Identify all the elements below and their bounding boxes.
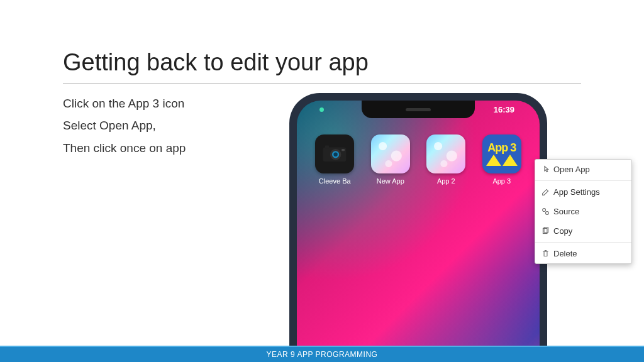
- menu-open-app[interactable]: Open App: [535, 160, 631, 179]
- instruction-line: Then click once on app: [63, 138, 186, 158]
- footer-bar: YEAR 9 APP PROGRAMMING: [0, 346, 644, 362]
- app-newapp[interactable]: New App: [369, 134, 413, 185]
- status-time: 16:39: [494, 105, 514, 114]
- app-label: App 3: [492, 177, 511, 185]
- gears-icon: [541, 207, 550, 216]
- phone-screenshot: 16:39 Cleeve Ba New App App 2: [289, 93, 547, 348]
- bokeh-icon: [426, 134, 465, 173]
- menu-label: App Settings: [553, 187, 600, 197]
- trash-icon: [541, 250, 550, 258]
- svg-rect-5: [341, 149, 345, 151]
- menu-divider: [535, 242, 631, 243]
- slide: Getting back to edit your app Click on t…: [0, 0, 644, 362]
- menu-divider: [535, 180, 631, 181]
- app-camera[interactable]: Cleeve Ba: [313, 134, 357, 185]
- footer-text: YEAR 9 APP PROGRAMMING: [267, 350, 378, 359]
- instruction-line: Click on the App 3 icon: [63, 93, 186, 114]
- earpiece: [406, 108, 431, 111]
- title-divider: [63, 83, 581, 84]
- triangle-icon: [486, 155, 518, 166]
- svg-point-6: [543, 209, 546, 212]
- menu-label: Open App: [553, 165, 590, 174]
- svg-rect-1: [325, 145, 329, 148]
- app-row: Cleeve Ba New App App 2 App 3: [297, 134, 540, 185]
- app-label: Cleeve Ba: [319, 177, 351, 185]
- app3-icon-text: App 3: [487, 142, 516, 153]
- menu-source[interactable]: Source: [535, 202, 631, 221]
- context-menu: Open App App Settings Source Copy Delete: [535, 159, 632, 264]
- app-label: New App: [377, 177, 404, 185]
- instruction-line: Select Open App,: [63, 115, 186, 136]
- svg-point-7: [546, 212, 549, 215]
- edit-icon: [541, 188, 550, 196]
- instruction-block: Click on the App 3 icon Select Open App,…: [63, 93, 186, 160]
- phone-notch: [362, 101, 475, 118]
- menu-app-settings[interactable]: App Settings: [535, 182, 631, 202]
- menu-label: Copy: [553, 226, 572, 236]
- page-title: Getting back to edit your app: [63, 49, 369, 76]
- menu-copy[interactable]: Copy: [535, 221, 631, 241]
- copy-icon: [541, 227, 550, 235]
- menu-delete[interactable]: Delete: [535, 244, 631, 263]
- app3-icon: App 3: [482, 134, 521, 173]
- phone-frame: 16:39 Cleeve Ba New App App 2: [289, 93, 547, 348]
- camera-icon: [315, 134, 354, 173]
- svg-point-4: [334, 153, 338, 156]
- menu-label: Delete: [553, 249, 577, 258]
- app-label: App 2: [437, 177, 455, 185]
- pointer-icon: [541, 165, 550, 173]
- status-dot: [319, 107, 324, 112]
- menu-label: Source: [553, 207, 579, 216]
- bokeh-icon: [371, 134, 410, 173]
- app-app2[interactable]: App 2: [424, 134, 468, 185]
- phone-screen: 16:39 Cleeve Ba New App App 2: [297, 101, 540, 348]
- app-app3[interactable]: App 3 App 3: [480, 134, 524, 185]
